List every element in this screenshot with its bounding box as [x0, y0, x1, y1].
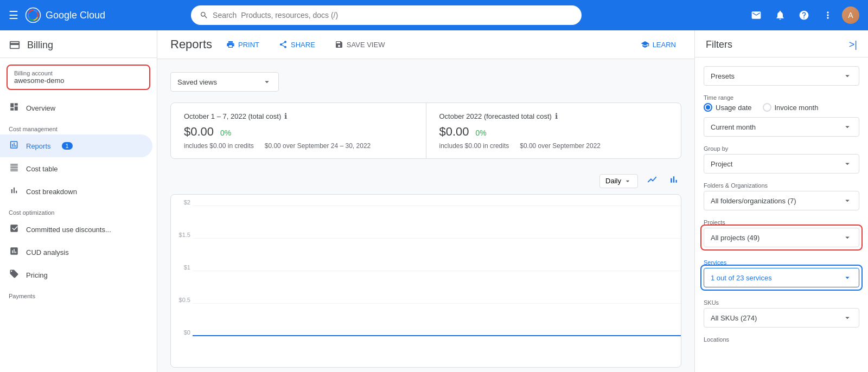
chart-controls: Daily	[170, 172, 681, 190]
reports-badge: 1	[62, 142, 73, 150]
reports-label: Reports	[26, 142, 51, 150]
cost-management-label: Cost management	[0, 119, 157, 134]
save-view-button[interactable]: SAVE VIEW	[329, 37, 391, 52]
invoice-month-label: Invoice month	[775, 104, 819, 112]
current-month-select[interactable]: Current month	[704, 117, 859, 137]
group-by-group: Group by Project	[704, 145, 859, 174]
cud-label: Committed use discounts...	[26, 226, 111, 234]
filters-collapse-button[interactable]: >|	[849, 39, 857, 50]
sidebar-item-pricing[interactable]: Pricing	[0, 264, 152, 286]
skus-group: SKUs All SKUs (274)	[704, 299, 859, 328]
billing-header: Billing	[0, 30, 157, 58]
email-icon[interactable]	[746, 5, 766, 25]
notifications-icon[interactable]	[770, 5, 790, 25]
forecasted-cost-help[interactable]: ℹ	[555, 112, 558, 120]
current-month-label: Current month	[711, 123, 756, 131]
overview-icon	[9, 102, 20, 114]
folders-label: Folders & Organizations	[704, 182, 859, 189]
folders-select[interactable]: All folders/organizations (7)	[704, 191, 859, 210]
saved-views-label: Saved views	[177, 78, 217, 86]
granularity-chevron	[623, 177, 632, 185]
total-cost-amount: $0.00	[184, 125, 214, 139]
user-avatar[interactable]: A	[842, 7, 859, 24]
bar-chart-button[interactable]	[666, 172, 681, 190]
search-icon	[200, 11, 208, 20]
services-select[interactable]: 1 out of 23 services	[704, 268, 859, 287]
services-value: 1 out of 23 services	[711, 274, 772, 282]
sidebar-item-overview[interactable]: Overview	[0, 97, 152, 119]
time-range-radio-group: Usage date Invoice month	[704, 103, 859, 112]
invoice-month-radio[interactable]: Invoice month	[763, 103, 819, 112]
help-icon[interactable]	[794, 5, 814, 25]
logo-text: Google Cloud	[46, 10, 105, 21]
reports-icon	[9, 140, 20, 152]
pricing-icon	[9, 269, 20, 281]
granularity-label: Daily	[605, 177, 621, 185]
total-cost-comparison: $0.00 over September 24 – 30, 2022	[265, 142, 371, 150]
google-cloud-logo: Google Cloud	[25, 7, 105, 23]
sidebar: Billing Billing account awesome-demo Ove…	[0, 30, 157, 372]
total-cost-card: October 1 – 7, 2022 (total cost) ℹ $0.00…	[171, 103, 426, 158]
main-layout: Billing Billing account awesome-demo Ove…	[0, 30, 868, 372]
forecasted-cost-pct: 0%	[476, 129, 487, 137]
group-by-select[interactable]: Project	[704, 154, 859, 174]
skus-label: SKUs	[704, 299, 859, 306]
print-button[interactable]: PRINT	[221, 37, 265, 52]
share-button[interactable]: SHARE	[273, 37, 321, 52]
projects-select[interactable]: All projects (49)	[704, 228, 859, 247]
presets-label: Presets	[711, 72, 735, 80]
filters-title: Filters	[706, 39, 732, 50]
menu-icon[interactable]: ☰	[9, 9, 18, 22]
total-cost-credits: includes $0.00 in credits	[184, 142, 254, 150]
presets-select[interactable]: Presets	[704, 66, 859, 86]
billing-account-selector[interactable]: Billing account awesome-demo	[7, 65, 150, 90]
y-label-0: $0	[171, 329, 190, 336]
more-icon[interactable]	[818, 5, 838, 25]
learn-icon	[641, 40, 649, 49]
time-range-section: Time range Usage date Invoice month Curr…	[704, 94, 859, 137]
share-label: SHARE	[291, 41, 315, 49]
sidebar-item-cud-analysis[interactable]: CUD analysis	[0, 241, 152, 264]
usage-date-radio-circle	[704, 103, 712, 112]
cost-table-label: Cost table	[26, 165, 58, 173]
search-input[interactable]	[213, 11, 573, 20]
y-label-1: $1	[171, 264, 190, 271]
search-bar[interactable]	[191, 5, 582, 25]
save-view-icon	[335, 40, 343, 49]
usage-date-radio[interactable]: Usage date	[704, 103, 752, 112]
forecasted-cost-amount: $0.00	[439, 125, 469, 139]
group-by-value: Project	[711, 160, 732, 168]
forecasted-cost-credits: includes $0.00 in credits	[439, 142, 509, 150]
saved-views-dropdown[interactable]: Saved views	[170, 72, 279, 92]
y-label-0-5: $0.5	[171, 297, 190, 303]
total-cost-pct: 0%	[220, 129, 231, 137]
skus-select[interactable]: All SKUs (274)	[704, 308, 859, 328]
presets-group: Presets	[704, 66, 859, 86]
total-cost-help[interactable]: ℹ	[284, 112, 287, 120]
sidebar-item-cost-table[interactable]: Cost table	[0, 157, 152, 180]
sidebar-item-reports[interactable]: Reports 1	[0, 134, 152, 157]
cost-breakdown-icon	[9, 185, 20, 197]
locations-group: Locations	[704, 336, 859, 343]
filters-body: Presets Time range Usage date Invoice mo…	[695, 57, 868, 360]
folders-chevron	[843, 196, 852, 206]
total-cost-title: October 1 – 7, 2022 (total cost) ℹ	[184, 112, 413, 120]
forecasted-cost-title: October 2022 (forecasted total cost) ℹ	[439, 112, 668, 120]
cud-analysis-icon	[9, 246, 20, 258]
projects-label: Projects	[704, 219, 859, 226]
sidebar-item-cud[interactable]: Committed use discounts...	[0, 218, 152, 241]
cud-analysis-label: CUD analysis	[26, 248, 69, 256]
forecasted-cost-comparison: $0.00 over September 2022	[520, 142, 601, 150]
forecasted-cost-card: October 2022 (forecasted total cost) ℹ $…	[426, 103, 681, 158]
learn-button[interactable]: LEARN	[635, 37, 681, 52]
y-label-1-5: $1.5	[171, 232, 190, 238]
services-label: Services	[704, 259, 859, 266]
cud-icon	[9, 223, 20, 235]
billing-icon	[9, 39, 21, 51]
sidebar-item-cost-breakdown[interactable]: Cost breakdown	[0, 180, 152, 203]
main-content: Reports PRINT SHARE SAVE VIEW LEARN S	[157, 30, 694, 372]
cost-chart: $2 $1.5 $1 $0.5 $0	[170, 194, 681, 368]
granularity-select[interactable]: Daily	[599, 174, 638, 188]
line-chart-button[interactable]	[644, 172, 660, 190]
services-group: Services 1 out of 23 services	[704, 259, 859, 287]
